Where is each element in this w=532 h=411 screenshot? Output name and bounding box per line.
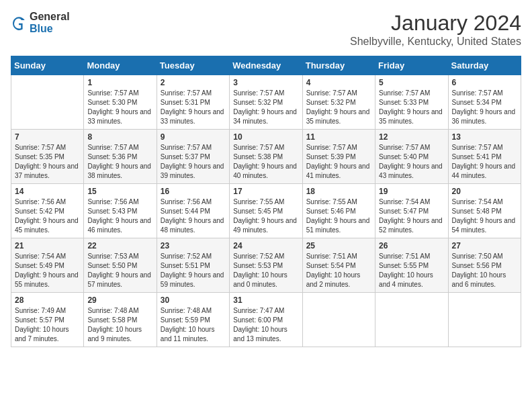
calendar-cell: 11Sunrise: 7:57 AMSunset: 5:39 PMDayligh… <box>302 130 375 184</box>
day-info: Sunrise: 7:52 AMSunset: 5:51 PMDaylight:… <box>161 252 226 289</box>
day-number: 17 <box>233 187 298 196</box>
day-number: 3 <box>233 78 298 87</box>
calendar-cell: 14Sunrise: 7:56 AMSunset: 5:42 PMDayligh… <box>11 184 84 238</box>
day-info: Sunrise: 7:47 AMSunset: 6:00 PMDaylight:… <box>233 306 298 344</box>
day-info: Sunrise: 7:50 AMSunset: 5:56 PMDaylight:… <box>452 252 517 289</box>
day-info: Sunrise: 7:57 AMSunset: 5:35 PMDaylight:… <box>15 143 80 181</box>
calendar-cell: 20Sunrise: 7:54 AMSunset: 5:48 PMDayligh… <box>448 184 521 238</box>
weekday-wednesday: Wednesday <box>230 56 302 75</box>
day-number: 16 <box>161 187 226 196</box>
calendar-cell: 25Sunrise: 7:51 AMSunset: 5:54 PMDayligh… <box>302 238 375 293</box>
calendar-cell: 27Sunrise: 7:50 AMSunset: 5:56 PMDayligh… <box>448 238 521 293</box>
calendar-cell: 9Sunrise: 7:57 AMSunset: 5:37 PMDaylight… <box>157 130 229 184</box>
month-title: January 2024 <box>350 11 521 36</box>
calendar-cell <box>448 293 521 347</box>
week-row-3: 14Sunrise: 7:56 AMSunset: 5:42 PMDayligh… <box>11 184 521 238</box>
week-row-1: 1Sunrise: 7:57 AMSunset: 5:30 PMDaylight… <box>11 75 521 130</box>
day-info: Sunrise: 7:52 AMSunset: 5:53 PMDaylight:… <box>233 252 298 289</box>
day-info: Sunrise: 7:56 AMSunset: 5:44 PMDaylight:… <box>161 197 226 235</box>
calendar-cell: 8Sunrise: 7:57 AMSunset: 5:36 PMDaylight… <box>84 130 157 184</box>
week-row-5: 28Sunrise: 7:49 AMSunset: 5:57 PMDayligh… <box>11 293 521 347</box>
calendar-cell: 24Sunrise: 7:52 AMSunset: 5:53 PMDayligh… <box>230 238 302 293</box>
weekday-tuesday: Tuesday <box>157 56 229 75</box>
day-number: 9 <box>161 132 226 142</box>
calendar-cell: 2Sunrise: 7:57 AMSunset: 5:31 PMDaylight… <box>157 75 229 130</box>
calendar-cell: 15Sunrise: 7:56 AMSunset: 5:43 PMDayligh… <box>84 184 157 238</box>
day-number: 24 <box>233 241 298 250</box>
calendar-table: SundayMondayTuesdayWednesdayThursdayFrid… <box>11 56 521 347</box>
calendar-cell: 31Sunrise: 7:47 AMSunset: 6:00 PMDayligh… <box>230 293 302 347</box>
weekday-header-row: SundayMondayTuesdayWednesdayThursdayFrid… <box>11 56 521 75</box>
day-info: Sunrise: 7:56 AMSunset: 5:43 PMDaylight:… <box>87 197 152 235</box>
calendar-cell: 16Sunrise: 7:56 AMSunset: 5:44 PMDayligh… <box>157 184 229 238</box>
day-info: Sunrise: 7:49 AMSunset: 5:57 PMDaylight:… <box>15 306 80 344</box>
day-number: 26 <box>379 241 444 250</box>
calendar-cell: 30Sunrise: 7:48 AMSunset: 5:59 PMDayligh… <box>157 293 229 347</box>
day-info: Sunrise: 7:54 AMSunset: 5:48 PMDaylight:… <box>452 197 517 235</box>
day-number: 31 <box>233 295 298 305</box>
day-number: 30 <box>161 295 226 305</box>
day-info: Sunrise: 7:51 AMSunset: 5:54 PMDaylight:… <box>306 252 371 289</box>
weekday-sunday: Sunday <box>11 56 84 75</box>
calendar-cell: 12Sunrise: 7:57 AMSunset: 5:40 PMDayligh… <box>375 130 448 184</box>
day-info: Sunrise: 7:55 AMSunset: 5:46 PMDaylight:… <box>306 197 371 235</box>
calendar-cell: 22Sunrise: 7:53 AMSunset: 5:50 PMDayligh… <box>84 238 157 293</box>
day-number: 21 <box>15 241 80 250</box>
calendar-cell: 1Sunrise: 7:57 AMSunset: 5:30 PMDaylight… <box>84 75 157 130</box>
logo-general: General <box>30 11 70 23</box>
day-number: 28 <box>15 295 80 305</box>
day-info: Sunrise: 7:57 AMSunset: 5:39 PMDaylight:… <box>306 143 371 181</box>
day-number: 18 <box>306 187 371 196</box>
day-number: 11 <box>306 132 371 142</box>
weekday-monday: Monday <box>84 56 157 75</box>
day-number: 10 <box>233 132 298 142</box>
day-info: Sunrise: 7:48 AMSunset: 5:59 PMDaylight:… <box>161 306 226 344</box>
day-info: Sunrise: 7:48 AMSunset: 5:58 PMDaylight:… <box>87 306 152 344</box>
calendar-header: SundayMondayTuesdayWednesdayThursdayFrid… <box>11 56 521 75</box>
calendar-cell: 28Sunrise: 7:49 AMSunset: 5:57 PMDayligh… <box>11 293 84 347</box>
calendar-cell: 18Sunrise: 7:55 AMSunset: 5:46 PMDayligh… <box>302 184 375 238</box>
calendar-cell: 4Sunrise: 7:57 AMSunset: 5:32 PMDaylight… <box>302 75 375 130</box>
day-info: Sunrise: 7:51 AMSunset: 5:55 PMDaylight:… <box>379 252 444 289</box>
location-title: Shelbyville, Kentucky, United States <box>350 36 521 48</box>
calendar-cell: 26Sunrise: 7:51 AMSunset: 5:55 PMDayligh… <box>375 238 448 293</box>
day-number: 22 <box>87 241 152 250</box>
day-info: Sunrise: 7:57 AMSunset: 5:34 PMDaylight:… <box>452 89 517 126</box>
day-info: Sunrise: 7:57 AMSunset: 5:32 PMDaylight:… <box>233 89 298 126</box>
day-info: Sunrise: 7:54 AMSunset: 5:47 PMDaylight:… <box>379 197 444 235</box>
calendar-cell: 7Sunrise: 7:57 AMSunset: 5:35 PMDaylight… <box>11 130 84 184</box>
day-info: Sunrise: 7:57 AMSunset: 5:31 PMDaylight:… <box>161 89 226 126</box>
day-number: 19 <box>379 187 444 196</box>
weekday-friday: Friday <box>375 56 448 75</box>
title-block: January 2024 Shelbyville, Kentucky, Unit… <box>350 11 521 48</box>
calendar-cell: 5Sunrise: 7:57 AMSunset: 5:33 PMDaylight… <box>375 75 448 130</box>
day-number: 29 <box>87 295 152 305</box>
calendar-cell: 10Sunrise: 7:57 AMSunset: 5:38 PMDayligh… <box>230 130 302 184</box>
calendar-cell <box>11 75 84 130</box>
day-number: 20 <box>452 187 517 196</box>
day-number: 14 <box>15 187 80 196</box>
calendar-cell <box>302 293 375 347</box>
calendar-cell: 17Sunrise: 7:55 AMSunset: 5:45 PMDayligh… <box>230 184 302 238</box>
weekday-saturday: Saturday <box>448 56 521 75</box>
calendar-cell: 29Sunrise: 7:48 AMSunset: 5:58 PMDayligh… <box>84 293 157 347</box>
day-number: 27 <box>452 241 517 250</box>
calendar-cell: 19Sunrise: 7:54 AMSunset: 5:47 PMDayligh… <box>375 184 448 238</box>
calendar-cell: 21Sunrise: 7:54 AMSunset: 5:49 PMDayligh… <box>11 238 84 293</box>
day-info: Sunrise: 7:57 AMSunset: 5:33 PMDaylight:… <box>379 89 444 126</box>
day-info: Sunrise: 7:53 AMSunset: 5:50 PMDaylight:… <box>87 252 152 289</box>
day-info: Sunrise: 7:57 AMSunset: 5:32 PMDaylight:… <box>306 89 371 126</box>
week-row-4: 21Sunrise: 7:54 AMSunset: 5:49 PMDayligh… <box>11 238 521 293</box>
logo-text: General Blue <box>30 11 70 34</box>
day-number: 15 <box>87 187 152 196</box>
logo-blue: Blue <box>30 23 70 35</box>
day-number: 25 <box>306 241 371 250</box>
day-info: Sunrise: 7:57 AMSunset: 5:40 PMDaylight:… <box>379 143 444 181</box>
day-info: Sunrise: 7:57 AMSunset: 5:36 PMDaylight:… <box>87 143 152 181</box>
calendar-cell <box>375 293 448 347</box>
calendar-cell: 6Sunrise: 7:57 AMSunset: 5:34 PMDaylight… <box>448 75 521 130</box>
logo-icon <box>11 15 27 31</box>
day-info: Sunrise: 7:56 AMSunset: 5:42 PMDaylight:… <box>15 197 80 235</box>
day-number: 5 <box>379 78 444 87</box>
day-number: 13 <box>452 132 517 142</box>
